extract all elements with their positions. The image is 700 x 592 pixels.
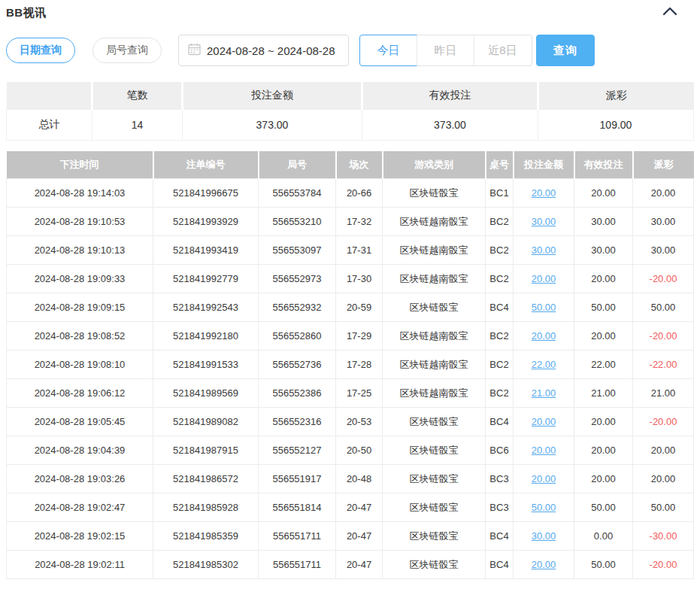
quick-range-yesterday[interactable]: 昨日 (417, 35, 474, 66)
cell-bet-amount: 20.00 (514, 408, 574, 436)
bet-amount-link[interactable]: 20.00 (532, 273, 556, 284)
cell-session: 20-47 (336, 522, 383, 551)
quick-range-today[interactable]: 今日 (359, 35, 417, 66)
cell-game-type: 区块链骰宝 (383, 551, 486, 579)
bet-amount-link[interactable]: 20.00 (532, 473, 556, 484)
records-header-session: 场次 (336, 151, 383, 179)
cell-payout: -20.00 (633, 322, 694, 351)
collapse-panel-button[interactable] (662, 7, 677, 18)
bet-amount-link[interactable]: 50.00 (532, 302, 556, 313)
cell-valid-bet: 30.00 (574, 208, 633, 236)
cell-payout: 50.00 (633, 293, 694, 322)
cell-valid-bet: 50.00 (574, 551, 633, 579)
table-row: 2024-08-28 19:10:53 521841993929 5565532… (7, 208, 694, 236)
summary-header-payout: 派彩 (538, 82, 694, 109)
cell-bet-amount: 21.00 (514, 379, 574, 408)
summary-total-count: 14 (92, 109, 183, 140)
cell-valid-bet: 20.00 (574, 465, 633, 493)
table-row: 2024-08-28 19:05:45 521841989082 5565523… (7, 408, 694, 436)
cell-round-no: 556551711 (259, 551, 336, 579)
quick-range-last8days[interactable]: 近8日 (474, 35, 532, 66)
records-tbody: 2024-08-28 19:14:03 521841996675 5565537… (7, 179, 694, 579)
cell-session: 20-50 (336, 436, 383, 465)
cell-payout: 21.00 (633, 379, 694, 408)
summary-total-payout: 109.00 (538, 109, 694, 140)
bet-amount-link[interactable]: 20.00 (532, 416, 556, 427)
cell-table-no: BC2 (486, 265, 514, 293)
table-row: 2024-08-28 19:02:47 521841985928 5565518… (7, 493, 694, 522)
table-row: 2024-08-28 19:10:13 521841993419 5565530… (7, 236, 694, 265)
query-tab-round[interactable]: 局号查询 (92, 38, 162, 63)
cell-table-no: BC4 (486, 293, 514, 322)
cell-table-no: BC1 (486, 179, 514, 208)
cell-round-no: 556552736 (259, 351, 336, 379)
cell-game-type: 区块链越南骰宝 (383, 322, 486, 351)
bet-amount-link[interactable]: 21.00 (532, 387, 556, 399)
cell-order-no: 521841986572 (153, 465, 259, 493)
cell-payout: 30.00 (633, 208, 694, 236)
table-row: 2024-08-28 19:04:39 521841987915 5565521… (7, 436, 694, 465)
cell-bet-time: 2024-08-28 19:08:52 (7, 322, 153, 351)
records-header-bet-time: 下注时间 (7, 151, 153, 179)
records-header-table-no: 桌号 (486, 151, 514, 179)
cell-session: 17-25 (336, 379, 383, 408)
cell-game-type: 区块链越南骰宝 (383, 265, 486, 293)
cell-bet-time: 2024-08-28 19:09:33 (7, 265, 153, 293)
summary-header-count: 笔数 (92, 82, 183, 109)
bet-amount-link[interactable]: 30.00 (532, 216, 556, 227)
cell-game-type: 区块链越南骰宝 (383, 351, 486, 379)
cell-game-type: 区块链越南骰宝 (383, 236, 486, 265)
cell-round-no: 556551917 (259, 465, 336, 493)
cell-game-type: 区块链越南骰宝 (383, 208, 486, 236)
cell-payout: -20.00 (633, 408, 694, 436)
cell-session: 17-32 (336, 208, 383, 236)
cell-table-no: BC3 (486, 465, 514, 493)
cell-payout: -30.00 (633, 522, 694, 551)
cell-session: 17-29 (336, 322, 383, 351)
panel-title: BB视讯 (6, 6, 47, 20)
cell-bet-time: 2024-08-28 19:09:15 (7, 293, 153, 322)
cell-session: 17-30 (336, 265, 383, 293)
cell-bet-amount: 30.00 (514, 208, 574, 236)
cell-table-no: BC6 (486, 436, 514, 465)
cell-payout: 20.00 (633, 465, 694, 493)
bet-amount-link[interactable]: 22.00 (532, 359, 556, 370)
cell-order-no: 521841989569 (153, 379, 259, 408)
search-button[interactable]: 查询 (536, 35, 595, 66)
bet-amount-link[interactable]: 30.00 (532, 530, 556, 542)
bet-amount-link[interactable]: 30.00 (532, 244, 556, 256)
cell-valid-bet: 22.00 (574, 351, 633, 379)
date-range-input[interactable] (207, 44, 346, 57)
bet-amount-link[interactable]: 20.00 (532, 445, 556, 456)
records-header-valid-bet: 有效投注 (574, 151, 633, 179)
summary-header-valid-bet: 有效投注 (362, 82, 538, 109)
bet-amount-link[interactable]: 20.00 (532, 187, 556, 199)
bet-amount-link[interactable]: 20.00 (532, 559, 556, 570)
cell-bet-time: 2024-08-28 19:14:03 (7, 179, 153, 208)
bet-amount-link[interactable]: 50.00 (532, 502, 556, 513)
records-table: 下注时间 注单编号 局号 场次 游戏类别 桌号 投注金额 有效投注 派彩 202… (6, 151, 694, 580)
table-row: 2024-08-28 19:02:15 521841985359 5565517… (7, 522, 694, 551)
query-tab-date[interactable]: 日期查询 (6, 38, 75, 63)
cell-bet-amount: 20.00 (514, 322, 574, 351)
cell-table-no: BC4 (486, 522, 514, 551)
cell-round-no: 556552932 (259, 293, 336, 322)
cell-session: 20-53 (336, 408, 383, 436)
query-type-tabs: 日期查询局号查询 (6, 38, 162, 63)
cell-table-no: BC2 (486, 236, 514, 265)
cell-game-type: 区块链骰宝 (383, 493, 486, 522)
cell-session: 20-59 (336, 293, 383, 322)
cell-bet-amount: 50.00 (514, 493, 574, 522)
cell-payout: -22.00 (633, 351, 694, 379)
records-header-payout: 派彩 (633, 151, 694, 179)
cell-round-no: 556552973 (259, 265, 336, 293)
cell-round-no: 556552316 (259, 408, 336, 436)
cell-bet-time: 2024-08-28 19:10:53 (7, 208, 153, 236)
bet-amount-link[interactable]: 20.00 (532, 330, 556, 342)
cell-game-type: 区块链骰宝 (383, 436, 486, 465)
cell-session: 20-47 (336, 493, 383, 522)
cell-bet-time: 2024-08-28 19:02:15 (7, 522, 153, 551)
cell-payout: 50.00 (633, 493, 694, 522)
date-range-picker[interactable] (178, 35, 349, 66)
cell-round-no: 556551711 (259, 522, 336, 551)
